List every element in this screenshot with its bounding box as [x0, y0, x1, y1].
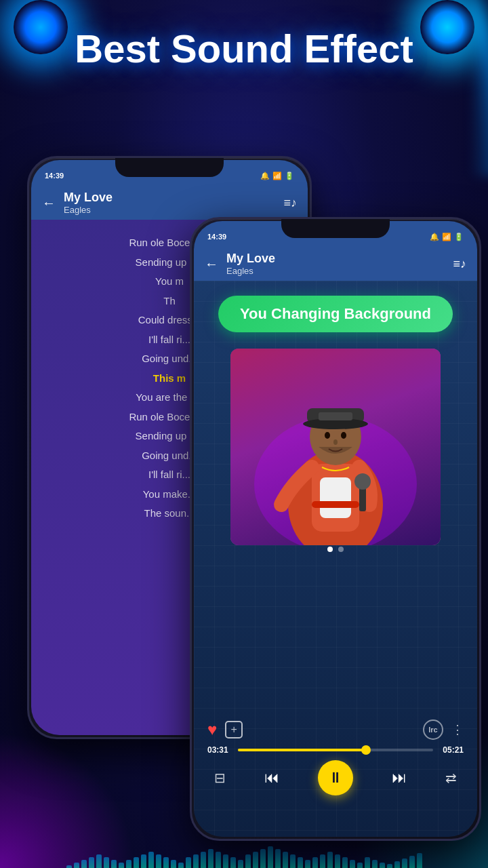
eq-bar: [89, 857, 94, 868]
front-player-controls: ♥ + lrc ⋮ 03:31: [194, 711, 477, 837]
heart-button-front[interactable]: ♥: [207, 720, 217, 739]
eq-bar: [216, 852, 221, 868]
svg-point-6: [354, 473, 371, 490]
eq-bar: [178, 863, 184, 868]
status-icons-back: 🔔 📶 🔋: [260, 172, 294, 180]
eq-bar: [417, 853, 422, 868]
svg-rect-3: [320, 477, 351, 518]
phone-front: 14:39 🔔 📶 🔋 ← My Love Eagles ≡♪: [190, 217, 481, 841]
eq-bar: [409, 856, 415, 868]
bell-icon: 🔔: [260, 172, 270, 180]
add-button-front[interactable]: +: [225, 721, 243, 738]
status-icons-front: 🔔 📶 🔋: [430, 233, 464, 241]
eq-bar: [327, 852, 333, 868]
eq-bar: [74, 863, 79, 868]
album-art-inner: [230, 349, 441, 545]
eq-bar: [66, 865, 72, 868]
header-section: Best Sound Effect: [0, 27, 488, 71]
eq-bar: [111, 860, 117, 868]
front-controls-top: ♥ + lrc ⋮: [207, 719, 464, 740]
eq-bar: [335, 854, 340, 868]
eq-bar: [134, 857, 139, 868]
eq-bar: [305, 860, 310, 868]
eq-bar: [223, 854, 228, 868]
eq-bar: [126, 860, 131, 868]
eq-bar: [81, 860, 87, 868]
eq-bar: [186, 857, 191, 868]
eq-bar: [253, 852, 258, 868]
singer-illustration: [230, 349, 441, 545]
song-title-back: My Love: [64, 191, 275, 205]
eq-bar: [290, 854, 296, 868]
tooltip-text: You Changing Background: [240, 305, 431, 322]
status-bar-front: 14:39 🔔 📶 🔋: [194, 221, 477, 247]
progress-bar-front[interactable]: [238, 749, 433, 751]
front-screen-content: You Changing Background: [194, 281, 477, 837]
shuffle-button[interactable]: ⇄: [445, 770, 457, 786]
song-title-front: My Love: [226, 252, 445, 267]
eq-bar: [119, 863, 124, 868]
eq-bar: [380, 863, 385, 868]
eq-bar: [387, 864, 392, 868]
prev-button-front[interactable]: ⏮: [264, 769, 279, 787]
battery-icon-front: 🔋: [454, 233, 464, 241]
status-bar-back: 14:39 🔔 📶 🔋: [31, 160, 308, 186]
battery-icon-back: 🔋: [285, 172, 294, 180]
eq-bar: [268, 846, 273, 868]
eq-bar: [365, 857, 370, 868]
eq-bar: [298, 857, 303, 868]
more-button[interactable]: ⋮: [451, 722, 464, 737]
lrc-button[interactable]: lrc: [423, 719, 443, 740]
eq-bar: [402, 859, 407, 868]
eq-button-front[interactable]: ⊟: [214, 770, 226, 786]
svg-point-11: [325, 432, 330, 439]
eq-bar: [283, 852, 288, 868]
eq-bar: [230, 857, 236, 868]
eq-bar: [245, 854, 251, 868]
eq-bar: [350, 860, 355, 868]
eq-bar: [312, 857, 318, 868]
next-button[interactable]: ⏭: [392, 769, 407, 787]
progress-thumb: [361, 745, 371, 755]
artist-front: Eagles: [226, 266, 445, 276]
eq-bar: [141, 854, 146, 868]
bell-icon-front: 🔔: [430, 233, 439, 241]
pause-button[interactable]: ⏸: [318, 760, 353, 795]
playlist-icon-front[interactable]: ≡♪: [453, 257, 466, 271]
phones-container: 14:39 🔔 📶 🔋 ← My Love Eagles ≡♪: [0, 115, 488, 827]
eq-bar: [372, 860, 378, 868]
wifi-icon-back: 📶: [272, 172, 282, 180]
eq-bar: [342, 857, 348, 868]
nav-bar-back: ← My Love Eagles ≡♪: [31, 186, 308, 220]
changing-background-tooltip: You Changing Background: [218, 296, 453, 332]
svg-point-12: [341, 432, 346, 439]
phone-front-screen: 14:39 🔔 📶 🔋 ← My Love Eagles ≡♪: [194, 221, 477, 837]
playback-row-front: ⊟ ⏮ ⏸ ⏭ ⇄: [207, 760, 464, 795]
dot-2: [338, 547, 344, 552]
eq-bar: [171, 860, 176, 868]
eq-bar: [104, 857, 109, 868]
eq-bar: [96, 854, 102, 868]
time-total: 05:21: [440, 745, 464, 755]
nav-title-group-front: My Love Eagles: [226, 252, 445, 277]
time-current: 03:31: [207, 745, 231, 755]
playlist-icon-back[interactable]: ≡♪: [283, 196, 297, 210]
nav-bar-front: ← My Love Eagles ≡♪: [194, 247, 477, 281]
nav-title-group-back: My Love Eagles: [64, 191, 275, 216]
page-dots: [327, 547, 344, 552]
eq-bar: [394, 861, 400, 868]
eq-bar: [320, 854, 325, 868]
eq-bar: [201, 852, 206, 868]
eq-bar: [208, 849, 214, 868]
back-button-back[interactable]: ←: [42, 195, 56, 211]
dot-1: [327, 547, 333, 552]
eq-bar: [193, 854, 199, 868]
eq-bar: [156, 854, 161, 868]
eq-bar: [275, 849, 281, 868]
progress-row: 03:31 05:21: [207, 745, 464, 755]
svg-rect-4: [312, 501, 359, 508]
album-art: [230, 349, 441, 545]
page-title: Best Sound Effect: [0, 27, 488, 71]
svg-rect-14: [319, 412, 352, 420]
back-button-front[interactable]: ←: [205, 256, 218, 272]
